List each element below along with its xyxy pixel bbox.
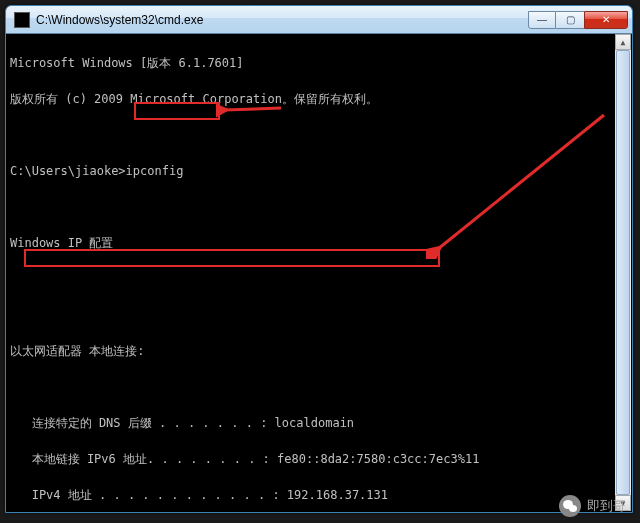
- line-copyright: 版权所有 (c) 2009 Microsoft Corporation。保留所有…: [10, 90, 628, 108]
- adapter-1-ipv4: IPv4 地址 . . . . . . . . . . . . : 192.16…: [10, 486, 628, 504]
- adapter-1-dns-suffix: 连接特定的 DNS 后缀 . . . . . . . : localdomain: [10, 414, 628, 432]
- line-prompt-1: C:\Users\jiaoke>ipconfig: [10, 162, 628, 180]
- scroll-track[interactable]: [615, 50, 631, 495]
- adapter-1-title: 以太网适配器 本地连接:: [10, 342, 628, 360]
- window-title: C:\Windows\system32\cmd.exe: [36, 13, 528, 27]
- cmd-window: C:\Windows\system32\cmd.exe — ▢ ✕ Micros…: [5, 5, 633, 513]
- svg-line-0: [224, 108, 281, 110]
- titlebar[interactable]: C:\Windows\system32\cmd.exe — ▢ ✕: [6, 6, 632, 34]
- watermark: 即到哥: [559, 495, 626, 517]
- terminal-output[interactable]: Microsoft Windows [版本 6.1.7601] 版权所有 (c)…: [6, 34, 632, 512]
- scroll-thumb[interactable]: [616, 50, 630, 495]
- window-controls: — ▢ ✕: [528, 11, 628, 29]
- line-ipconfig-title: Windows IP 配置: [10, 234, 628, 252]
- scroll-up-button[interactable]: ▲: [615, 34, 631, 50]
- maximize-button[interactable]: ▢: [556, 11, 584, 29]
- minimize-button[interactable]: —: [528, 11, 556, 29]
- wechat-icon: [559, 495, 581, 517]
- close-button[interactable]: ✕: [584, 11, 628, 29]
- cmd-icon: [14, 12, 30, 28]
- watermark-text: 即到哥: [587, 497, 626, 515]
- line-blank: [10, 378, 628, 396]
- typed-command: ipconfig: [126, 164, 184, 178]
- adapter-1-link-local-ipv6: 本地链接 IPv6 地址. . . . . . . . : fe80::8da2…: [10, 450, 628, 468]
- line-blank: [10, 126, 628, 144]
- vertical-scrollbar[interactable]: ▲ ▼: [615, 34, 631, 511]
- line-blank: [10, 270, 628, 288]
- line-blank: [10, 306, 628, 324]
- line-blank: [10, 198, 628, 216]
- line-header: Microsoft Windows [版本 6.1.7601]: [10, 54, 628, 72]
